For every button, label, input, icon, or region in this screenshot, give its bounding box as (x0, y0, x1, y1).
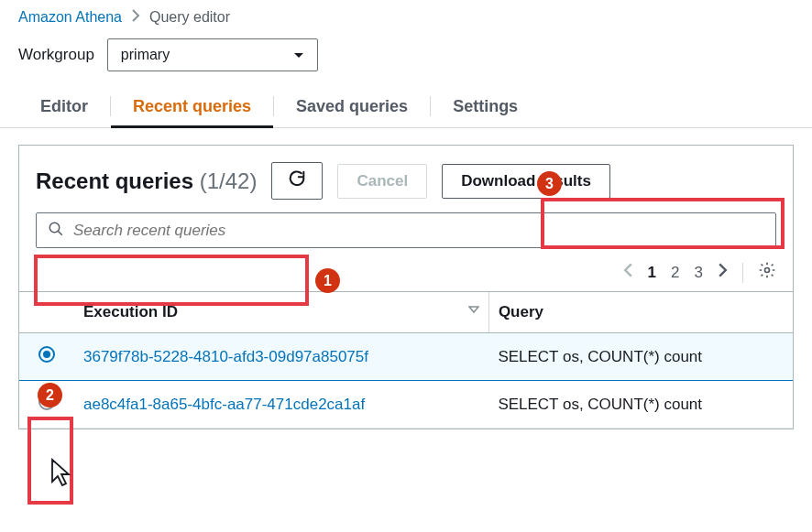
chevron-right-icon (131, 9, 140, 26)
panel-title: Recent queries (1/42) (36, 168, 257, 194)
cursor-icon (50, 458, 74, 492)
pagination-next[interactable] (718, 263, 728, 282)
cancel-button: Cancel (337, 164, 427, 199)
tab-recent-queries[interactable]: Recent queries (111, 84, 273, 127)
row-radio-cell[interactable] (19, 381, 74, 429)
annotation-box-2 (27, 417, 73, 505)
table-header-query[interactable]: Query (488, 292, 793, 333)
query-text-cell: SELECT os, COUNT(*) count (488, 333, 793, 381)
torn-edge (0, 525, 812, 532)
caret-down-icon (293, 47, 304, 63)
recent-queries-table: Execution ID Query 3679f78b-5228-4810-af… (19, 291, 793, 429)
svg-line-1 (58, 231, 62, 235)
pagination-page-2[interactable]: 2 (671, 264, 679, 282)
table-header-execution-id[interactable]: Execution ID (74, 292, 488, 333)
execution-id-link[interactable]: ae8c4fa1-8a65-4bfc-aa77-471cde2ca1af (74, 381, 488, 429)
settings-gear-button[interactable] (758, 261, 776, 284)
table-row[interactable]: ae8c4fa1-8a65-4bfc-aa77-471cde2ca1af SEL… (19, 381, 793, 429)
table-header-select (19, 292, 74, 333)
radio-selected-icon[interactable] (38, 346, 55, 363)
row-radio-cell[interactable] (19, 333, 74, 381)
radio-unselected-icon[interactable] (38, 394, 55, 410)
tab-saved-queries[interactable]: Saved queries (274, 84, 430, 127)
search-box[interactable] (36, 212, 776, 248)
svg-point-2 (765, 268, 770, 273)
execution-id-link[interactable]: 3679f78b-5228-4810-afd3-09d97a85075f (74, 333, 488, 381)
workgroup-row: Workgroup primary (0, 33, 812, 84)
panel-header: Recent queries (1/42) Cancel Download re… (19, 146, 793, 209)
download-results-button[interactable]: Download results (442, 164, 610, 199)
workgroup-selected-value: primary (121, 47, 170, 62)
workgroup-label: Workgroup (18, 46, 94, 64)
search-wrap (36, 212, 776, 248)
breadcrumb-service-link[interactable]: Amazon Athena (18, 9, 122, 26)
pagination-separator (742, 263, 743, 283)
search-input[interactable] (73, 222, 764, 240)
pagination-page-3[interactable]: 3 (695, 264, 703, 282)
table-row[interactable]: 3679f78b-5228-4810-afd3-09d97a85075f SEL… (19, 333, 793, 381)
refresh-button[interactable] (271, 162, 323, 200)
table-header-execution-id-label: Execution ID (83, 303, 178, 320)
filter-icon[interactable] (468, 303, 479, 321)
tab-settings[interactable]: Settings (431, 84, 540, 127)
query-text-cell: SELECT os, COUNT(*) count (488, 381, 793, 429)
refresh-icon (287, 168, 307, 189)
tab-editor[interactable]: Editor (18, 84, 110, 127)
breadcrumb-current: Query editor (149, 9, 230, 26)
recent-queries-panel: Recent queries (1/42) Cancel Download re… (18, 145, 794, 429)
workgroup-select[interactable]: primary (107, 38, 318, 71)
tabs: Editor Recent queries Saved queries Sett… (0, 84, 812, 128)
panel-title-count: (1/42) (200, 168, 258, 193)
panel-title-text: Recent queries (36, 168, 193, 193)
search-icon (48, 221, 64, 240)
svg-point-0 (49, 223, 60, 233)
pagination: 1 2 3 (19, 248, 793, 291)
pagination-prev (623, 263, 633, 282)
breadcrumb: Amazon Athena Query editor (0, 0, 812, 33)
pagination-page-1[interactable]: 1 (648, 264, 656, 282)
